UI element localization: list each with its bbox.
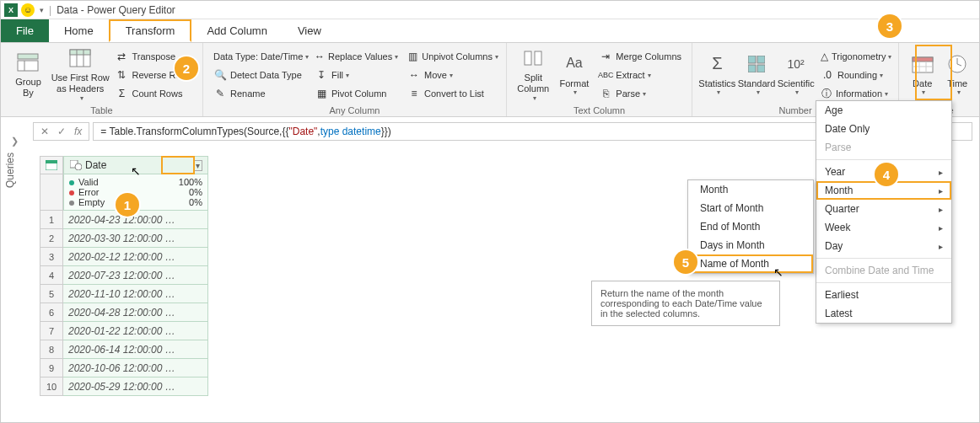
table-row[interactable]: 32020-02-12 12:00:00 … <box>40 248 208 266</box>
row-number[interactable]: 8 <box>40 340 63 359</box>
table-icon <box>67 46 94 70</box>
cell-date[interactable]: 2020-10-06 12:00:00 … <box>63 359 208 377</box>
format-button[interactable]: Aa Format▾ <box>555 46 595 102</box>
tab-view[interactable]: View <box>283 19 337 42</box>
date-button[interactable]: Date▾ <box>904 46 940 102</box>
row-number[interactable]: 1 <box>40 211 63 229</box>
cell-date[interactable]: 2020-05-29 12:00:00 … <box>63 377 208 396</box>
qat-dropdown-icon[interactable]: ▾ <box>40 6 44 14</box>
chevron-right-icon: ▸ <box>939 205 943 214</box>
column-name: Date <box>85 159 106 171</box>
move-icon: ↔ <box>407 68 421 82</box>
unpivot-button[interactable]: ▥Unpivot Columns▾ <box>402 48 503 65</box>
standard-button[interactable]: Standard▾ <box>737 46 777 102</box>
submenu-start-of-month[interactable]: Start of Month <box>688 199 813 217</box>
cell-date[interactable]: 2020-11-10 12:00:00 … <box>63 285 208 303</box>
trigonometry-button[interactable]: △Trigonometry▾ <box>816 48 893 65</box>
datetime-type-icon <box>69 159 83 171</box>
row-number[interactable]: 2 <box>40 229 63 248</box>
table-row[interactable]: 42020-07-23 12:00:00 … <box>40 266 208 285</box>
annotation-5: 5 <box>674 250 697 274</box>
queries-pane-tab[interactable]: Queries <box>4 153 16 188</box>
rename-button[interactable]: ✎Rename <box>208 85 310 102</box>
svg-rect-12 <box>757 65 765 72</box>
list-icon: ≡ <box>407 87 421 100</box>
svg-point-25 <box>75 163 82 170</box>
menu-age[interactable]: Age <box>816 101 951 120</box>
table-row[interactable]: 82020-06-14 12:00:00 … <box>40 340 208 359</box>
table-row[interactable]: 52020-11-10 12:00:00 … <box>40 285 208 303</box>
data-type-button[interactable]: Data Type: Date/Time▾ <box>208 48 310 65</box>
detect-data-type-button[interactable]: 🔍Detect Data Type <box>208 67 310 83</box>
row-number[interactable]: 4 <box>40 266 63 285</box>
format-icon: Aa <box>561 52 588 76</box>
table-row[interactable]: 62020-04-28 12:00:00 … <box>40 303 208 322</box>
formula-tools: ✕ ✓ fx <box>33 122 89 141</box>
cell-date[interactable]: 2020-01-22 12:00:00 … <box>63 322 208 340</box>
split-column-button[interactable]: Split Column▾ <box>512 46 555 102</box>
rounding-button[interactable]: .0Rounding▾ <box>816 67 893 83</box>
svg-rect-1 <box>18 61 38 71</box>
statistics-button[interactable]: Σ Statistics▾ <box>697 46 737 102</box>
column-filter-icon[interactable]: ▾ <box>193 160 202 171</box>
cancel-icon[interactable]: ✕ <box>40 126 49 137</box>
time-button[interactable]: Time▾ <box>940 46 974 102</box>
scientific-button[interactable]: 10² Scientific▾ <box>776 46 816 102</box>
cell-date[interactable]: 2020-03-30 12:00:00 … <box>63 229 208 248</box>
table-row[interactable]: 72020-01-22 12:00:00 … <box>40 322 208 340</box>
table-corner[interactable] <box>40 156 63 174</box>
cell-date[interactable]: 2020-07-23 12:00:00 … <box>63 266 208 285</box>
svg-rect-4 <box>70 50 90 55</box>
count-rows-button[interactable]: ΣCount Rows <box>110 85 197 102</box>
fx-icon[interactable]: fx <box>74 126 82 137</box>
submenu-days-in-month[interactable]: Days in Month <box>688 236 813 254</box>
submenu-end-of-month[interactable]: End of Month <box>688 217 813 236</box>
menubar: File Home Transform Add Column View <box>1 19 979 43</box>
table-row[interactable]: 22020-03-30 12:00:00 … <box>40 229 208 248</box>
pivot-column-button[interactable]: ▦Pivot Column <box>310 85 402 102</box>
cell-date[interactable]: 2020-06-14 12:00:00 … <box>63 340 208 359</box>
replace-values-button[interactable]: ↔Replace Values▾ <box>310 48 402 65</box>
table-row[interactable]: 92020-10-06 12:00:00 … <box>40 359 208 377</box>
information-button[interactable]: ⓘInformation▾ <box>816 85 893 102</box>
excel-icon: X <box>4 3 18 17</box>
menu-latest[interactable]: Latest <box>816 304 951 323</box>
cell-date[interactable]: 2020-04-23 12:00:00 … <box>63 211 208 229</box>
svg-rect-7 <box>525 51 531 65</box>
move-button[interactable]: ↔Move▾ <box>402 67 503 83</box>
group-by-button[interactable]: Group By <box>6 46 51 102</box>
tab-add-column[interactable]: Add Column <box>191 19 283 42</box>
use-first-row-button[interactable]: Use First Row as Headers▾ <box>51 46 110 102</box>
fill-button[interactable]: ↧Fill▾ <box>310 67 402 83</box>
menu-earliest[interactable]: Earliest <box>816 286 951 304</box>
menu-day[interactable]: Day▸ <box>816 237 951 255</box>
table-row[interactable]: 102020-05-29 12:00:00 … <box>40 377 208 396</box>
extract-button[interactable]: ABCExtract▾ <box>594 67 687 83</box>
tab-home[interactable]: Home <box>49 19 109 42</box>
convert-to-list-button[interactable]: ≡Convert to List <box>402 85 503 102</box>
row-number[interactable]: 7 <box>40 322 63 340</box>
row-number[interactable]: 9 <box>40 359 63 377</box>
menu-date-only[interactable]: Date Only <box>816 120 951 138</box>
split-icon <box>520 46 547 70</box>
group-label-textcol: Text Column <box>507 105 692 117</box>
row-number[interactable]: 10 <box>40 377 63 396</box>
menu-quarter[interactable]: Quarter▸ <box>816 200 951 218</box>
row-number[interactable]: 5 <box>40 285 63 303</box>
cell-date[interactable]: 2020-04-28 12:00:00 … <box>63 303 208 322</box>
accept-icon[interactable]: ✓ <box>57 126 66 137</box>
tab-transform[interactable]: Transform <box>109 19 192 42</box>
tab-file[interactable]: File <box>1 19 49 42</box>
queries-expand-icon[interactable]: ❯ <box>11 136 19 147</box>
svg-rect-10 <box>757 56 765 63</box>
submenu-month[interactable]: Month <box>688 180 813 199</box>
menu-week[interactable]: Week▸ <box>816 218 951 237</box>
parse-button[interactable]: ⎘Parse▾ <box>594 85 687 102</box>
cell-date[interactable]: 2020-02-12 12:00:00 … <box>63 248 208 266</box>
submenu-name-of-month[interactable]: Name of Month <box>688 254 813 273</box>
row-number[interactable]: 3 <box>40 248 63 266</box>
merge-columns-button[interactable]: ⇥Merge Columns <box>594 48 687 65</box>
annotation-4: 4 <box>875 163 898 186</box>
row-number[interactable]: 6 <box>40 303 63 322</box>
chevron-right-icon: ▸ <box>939 223 943 233</box>
